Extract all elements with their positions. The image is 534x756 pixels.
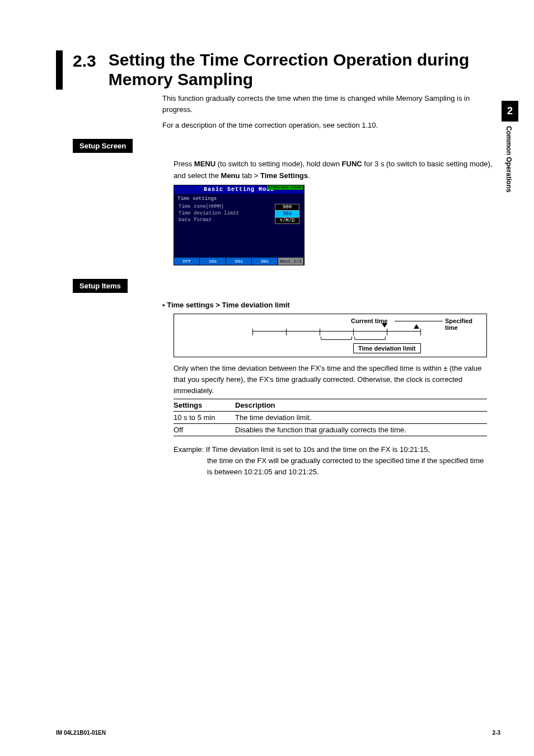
cell-setting: Off (174, 424, 235, 436)
menu-key: MENU (194, 160, 216, 168)
screen-title: Basic Setting Mode Ethernet Link (174, 185, 304, 194)
text: . (308, 171, 310, 180)
settings-table: Settings Description 10 s to 5 min The t… (174, 399, 487, 436)
example-text: Example: If Time deviation limit is set … (174, 444, 487, 455)
softkey-20s[interactable]: 20s (226, 258, 252, 265)
screen-title-text: Basic Setting Mode (204, 186, 274, 193)
row-value: Y/M/D (275, 217, 299, 224)
page-footer: IM 04L21B01-01EN 2-3 (56, 730, 500, 736)
table-row: Off Disables the function that gradually… (174, 424, 487, 436)
triangle-down-icon (382, 323, 387, 328)
example-line1: If Time deviation limit is set to 10s an… (206, 445, 430, 454)
deviation-explanation: Only when the time deviation between the… (174, 363, 487, 396)
screen-section-header: Time settings (177, 196, 301, 202)
deviation-limit-box: Time deviation limit (353, 343, 421, 353)
screen-row-timezone: Time zone(HHMM) 900 (177, 204, 301, 211)
tick-icon (353, 329, 354, 335)
page-number: 2-3 (493, 730, 500, 736)
section-number: 2.3 (73, 50, 96, 71)
time-axis-line (252, 331, 420, 332)
brace-icon (354, 337, 386, 340)
example-label: Example: (174, 445, 206, 454)
row-value: 900 (275, 204, 299, 211)
text: Press (174, 160, 194, 168)
specified-time-label: Specified time (445, 318, 486, 331)
section-heading: 2.3 Setting the Time Correction Operatio… (56, 50, 500, 90)
screen-row-dateformat: Date format Y/M/D (177, 217, 301, 224)
tick-icon (387, 329, 387, 335)
deviation-diagram: Current time Specified time Time deviati… (174, 314, 487, 357)
cell-description: The time deviation limit. (235, 412, 487, 424)
tick-icon (286, 329, 287, 335)
softkey-10s[interactable]: 10s (200, 258, 226, 265)
softkey-next[interactable]: Next 1/3 (278, 258, 304, 265)
example-line2: the time on the FX will be gradually cor… (207, 455, 487, 478)
ethernet-icon: Ethernet Link (267, 185, 303, 190)
softkey-30s[interactable]: 30s (252, 258, 278, 265)
brace-icon (321, 337, 352, 340)
screen-row-deviation: Time deviation limit 30s (177, 211, 301, 217)
intro-paragraph-2: For a description of the time correction… (162, 120, 476, 131)
row-value-selected: 30s (275, 211, 299, 217)
text: (to switch to setting mode), hold down (216, 160, 341, 168)
screen-body: Time settings Time zone(HHMM) 900 Time d… (174, 194, 304, 258)
text: tab > (240, 171, 261, 180)
col-settings: Settings (174, 399, 235, 412)
table-header-row: Settings Description (174, 399, 487, 412)
cell-setting: 10 s to 5 min (174, 412, 235, 424)
tick-icon (420, 329, 421, 335)
setup-screen-heading: Setup Screen (73, 139, 133, 153)
time-settings-path: Time Settings (260, 171, 308, 180)
setup-item-bullet: Time settings > Time deviation limit (162, 301, 500, 309)
col-description: Description (235, 399, 487, 412)
tick-icon (320, 329, 320, 335)
doc-number: IM 04L21B01-01EN (56, 730, 106, 736)
cell-description: Disables the function that gradually cor… (235, 424, 487, 436)
setup-screen-instruction: Press MENU (to switch to setting mode), … (174, 158, 493, 181)
tick-icon (252, 329, 253, 335)
device-screenshot: Basic Setting Mode Ethernet Link Time se… (174, 185, 305, 265)
row-label: Time zone(HHMM) (179, 204, 224, 211)
func-key: FUNC (342, 160, 362, 168)
row-label: Date format (179, 217, 212, 224)
row-label: Time deviation limit (179, 211, 239, 217)
menu-tab: Menu (221, 171, 240, 180)
leader-line (395, 321, 443, 321)
setup-items-heading: Setup Items (73, 279, 128, 293)
intro-paragraph-1: This function gradually corrects the tim… (162, 93, 476, 115)
softkey-bar: Off 10s 20s 30s Next 1/3 (174, 258, 304, 265)
softkey-off[interactable]: Off (174, 258, 200, 265)
heading-bar-icon (56, 50, 63, 90)
section-title: Setting the Time Correction Operation du… (109, 50, 500, 89)
triangle-up-icon (414, 324, 419, 329)
table-row: 10 s to 5 min The time deviation limit. (174, 412, 487, 424)
